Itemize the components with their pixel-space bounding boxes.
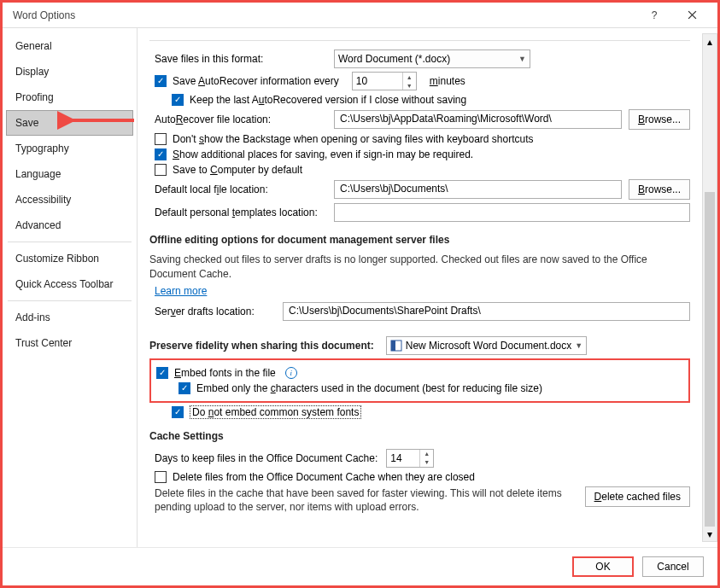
dialog-footer: OK Cancel <box>3 547 717 585</box>
embed-only-label: Embed only the characters used in the do… <box>196 382 542 394</box>
help-button[interactable]: ? <box>635 3 673 27</box>
cache-days-spinner[interactable]: 14 ▲▼ <box>386 449 434 468</box>
sidebar-item-advanced[interactable]: Advanced <box>6 212 133 238</box>
cancel-button[interactable]: Cancel <box>642 556 704 577</box>
dont-show-backstage-label: Don't show the Backstage when opening or… <box>173 133 534 145</box>
cache-section-head: Cache Settings <box>149 430 690 442</box>
annotation-highlight-box: Embed fonts in the file i Embed only the… <box>149 358 690 403</box>
embed-fonts-label: Embed fonts in the file <box>174 367 276 379</box>
sidebar-item-display[interactable]: Display <box>6 59 133 84</box>
fidelity-section-head: Preserve fidelity when sharing this docu… <box>149 340 374 352</box>
do-not-embed-checkbox[interactable] <box>172 406 184 418</box>
show-additional-label: Show additional places for saving, even … <box>173 148 473 160</box>
sidebar-item-language[interactable]: Language <box>6 161 133 187</box>
window-title: Word Options <box>9 9 635 21</box>
delete-closed-checkbox[interactable] <box>155 471 167 483</box>
scroll-up-icon[interactable]: ▴ <box>703 34 717 49</box>
titlebar: Word Options ? <box>3 3 717 28</box>
browse-default-local-button[interactable]: Browse... <box>629 179 690 200</box>
delete-cached-files-button[interactable]: Delete cached files <box>585 486 690 507</box>
learn-more-link[interactable]: Learn more <box>155 285 207 297</box>
autorecover-minutes-spinner[interactable]: 10 ▲▼ <box>352 72 417 90</box>
cache-days-label: Days to keep files in the Office Documen… <box>155 452 378 464</box>
save-format-select[interactable]: Word Document (*.docx)▼ <box>334 49 530 68</box>
embed-only-checkbox[interactable] <box>179 382 190 394</box>
save-computer-label: Save to Computer by default <box>173 164 302 176</box>
save-format-label: Save files in this format: <box>155 53 334 65</box>
minutes-label: minutes <box>430 75 465 87</box>
offline-section-head: Offline editing options for document man… <box>149 234 690 246</box>
sidebar-item-save[interactable]: Save <box>6 110 133 136</box>
sidebar-item-general[interactable]: General <box>6 33 133 59</box>
sidebar-item-add-ins[interactable]: Add-ins <box>6 305 133 330</box>
browse-autorecover-button[interactable]: Browse... <box>629 109 690 130</box>
info-icon[interactable]: i <box>285 367 297 379</box>
ok-button[interactable]: OK <box>572 556 634 577</box>
sidebar-item-typography[interactable]: Typography <box>6 136 133 161</box>
autorecover-label: Save AutoRecover information every <box>173 75 339 87</box>
fidelity-document-select[interactable]: New Microsoft Word Document.docx ▼ <box>386 336 587 355</box>
delete-closed-label: Delete files from the Office Document Ca… <box>173 471 475 483</box>
default-local-input[interactable]: C:\Users\bj\Documents\ <box>334 180 622 199</box>
sidebar: General Display Proofing Save Typography… <box>3 28 138 547</box>
chevron-down-icon: ▼ <box>518 55 526 63</box>
keep-last-label: Keep the last AutoRecovered version if I… <box>190 94 466 106</box>
main-panel: ▴ ▾ Save files in this format: Word Docu… <box>138 28 717 547</box>
sidebar-item-proofing[interactable]: Proofing <box>6 84 133 110</box>
server-drafts-label: Server drafts location: <box>155 306 283 317</box>
dont-show-backstage-checkbox[interactable] <box>155 133 167 145</box>
sidebar-item-quick-access-toolbar[interactable]: Quick Access Toolbar <box>6 271 133 297</box>
offline-description: Saving checked out files to server draft… <box>149 253 690 282</box>
save-computer-checkbox[interactable] <box>155 164 167 176</box>
show-additional-checkbox[interactable] <box>155 148 167 160</box>
chevron-down-icon: ▼ <box>575 341 582 350</box>
do-not-embed-label: Do not embed common system fonts <box>190 406 361 418</box>
svg-rect-2 <box>391 341 395 351</box>
word-doc-icon <box>390 340 402 352</box>
sidebar-item-customize-ribbon[interactable]: Customize Ribbon <box>6 246 133 271</box>
autorecover-location-input[interactable]: C:\Users\bj\AppData\Roaming\Microsoft\Wo… <box>334 110 622 129</box>
autorecover-location-label: AutoRecover file location: <box>155 114 334 125</box>
keep-last-checkbox[interactable] <box>172 94 184 106</box>
sidebar-item-accessibility[interactable]: Accessibility <box>6 187 133 212</box>
embed-fonts-checkbox[interactable] <box>156 367 168 379</box>
default-local-label: Default local file location: <box>155 183 334 195</box>
scroll-down-icon[interactable]: ▾ <box>703 527 717 541</box>
scroll-thumb[interactable] <box>705 192 715 527</box>
server-drafts-input[interactable]: C:\Users\bj\Documents\SharePoint Drafts\ <box>283 302 690 321</box>
autorecover-checkbox[interactable] <box>155 75 167 87</box>
word-options-dialog: Word Options ? General Display Proofing … <box>3 3 717 585</box>
sidebar-item-trust-center[interactable]: Trust Center <box>6 330 133 356</box>
vertical-scrollbar[interactable]: ▴ ▾ <box>702 33 717 542</box>
close-button[interactable] <box>673 3 711 27</box>
default-templates-label: Default personal templates location: <box>155 207 334 218</box>
delete-cache-description: Delete files in the cache that have been… <box>155 486 575 515</box>
default-templates-input[interactable] <box>334 203 690 222</box>
